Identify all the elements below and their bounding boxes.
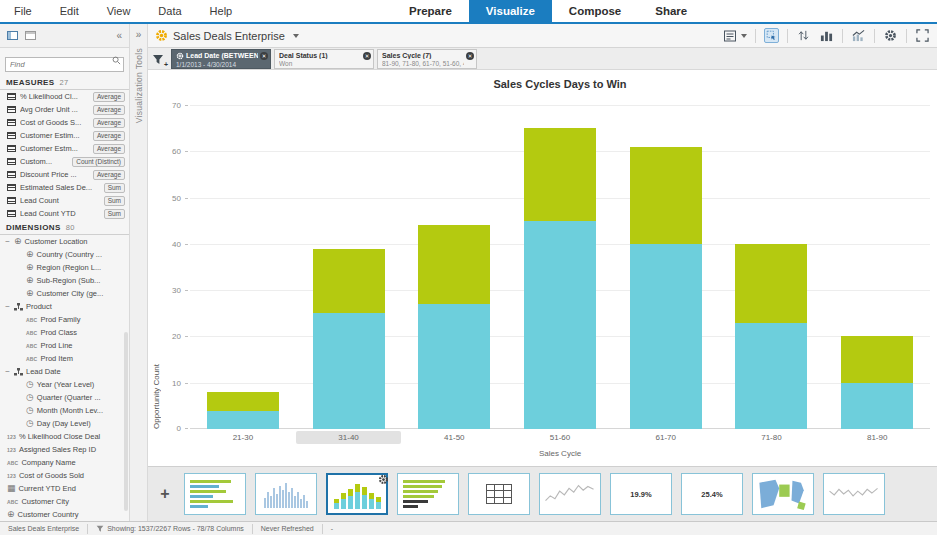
visualization-tools-label[interactable]: Visualization Tools xyxy=(134,48,144,123)
x-category-label[interactable]: 21-30 xyxy=(190,431,296,444)
stacked-bar-81-90[interactable] xyxy=(841,336,913,429)
aggregation-badge[interactable]: Average xyxy=(93,92,125,102)
dimensions-header[interactable]: DIMENSIONS 80 xyxy=(0,220,129,235)
aggregation-badge[interactable]: Average xyxy=(93,118,125,128)
bar-segment-green[interactable] xyxy=(418,225,490,304)
x-category-label[interactable]: 81-90 xyxy=(824,431,930,444)
viz-thumbnail-horizontal-stacked-bar-chart[interactable] xyxy=(397,473,459,515)
collapse-expander-icon[interactable]: − xyxy=(4,367,11,376)
aggregation-badge[interactable]: Sum xyxy=(104,209,125,219)
dimension-row[interactable]: −⊕Customer Location xyxy=(0,235,129,248)
measure-row[interactable]: Customer Estm...Average xyxy=(0,142,129,155)
dimension-row[interactable]: 123Cost of Goods Sold xyxy=(0,469,129,482)
measures-header[interactable]: MEASURES 27 xyxy=(0,75,129,90)
bar-segment-blue[interactable] xyxy=(841,383,913,429)
dimension-row[interactable]: ABCProd Item xyxy=(0,352,129,365)
aggregation-badge[interactable]: Sum xyxy=(104,196,125,206)
collapse-left-icon[interactable]: « xyxy=(116,31,122,41)
bar-segment-green[interactable] xyxy=(207,392,279,411)
x-category-label[interactable]: 41-50 xyxy=(401,431,507,444)
x-category-label[interactable]: 61-70 xyxy=(613,431,719,444)
dimension-row[interactable]: ◷Day (Day Level) xyxy=(0,417,129,430)
aggregation-badge[interactable]: Average xyxy=(93,144,125,154)
dimension-row[interactable]: ABCProd Family xyxy=(0,313,129,326)
sidebar-scrollbar[interactable] xyxy=(124,332,128,511)
measure-row[interactable]: Cost of Goods S...Average xyxy=(0,116,129,129)
menu-edit[interactable]: Edit xyxy=(46,0,93,22)
settings-gear-icon[interactable] xyxy=(883,28,898,43)
measure-row[interactable]: % Likelihood Cl...Average xyxy=(0,90,129,103)
dimension-row[interactable]: ⊕Sub-Region (Sub... xyxy=(0,274,129,287)
menu-view[interactable]: View xyxy=(93,0,145,22)
dimension-row[interactable]: −Lead Date xyxy=(0,365,129,378)
chart-canvas[interactable]: Sales Cycles Days to Win Opportunity Cou… xyxy=(148,70,937,466)
viz-thumbnail-horizontal-bar-chart[interactable] xyxy=(184,473,246,515)
dimension-row[interactable]: ⊕Customer City (ge... xyxy=(0,287,129,300)
viz-thumbnail-stacked-column-chart[interactable] xyxy=(326,473,388,515)
dimension-row[interactable]: −Product xyxy=(0,300,129,313)
bar-segment-green[interactable] xyxy=(841,336,913,382)
viz-thumbnail-column-chart[interactable] xyxy=(255,473,317,515)
bar-segment-green[interactable] xyxy=(735,244,807,323)
x-category-label[interactable]: 71-80 xyxy=(719,431,825,444)
maximize-icon[interactable] xyxy=(915,28,930,43)
display-options-icon[interactable] xyxy=(722,28,737,43)
dimension-row[interactable]: 123% Likelihood Close Deal xyxy=(0,430,129,443)
bar-segment-green[interactable] xyxy=(313,249,385,314)
filter-token[interactable]: Lead Date (BETWEEN)1/1/2013 - 4/30/2014✕ xyxy=(171,49,271,69)
dimension-row[interactable]: ◷Quarter (Quarter ... xyxy=(0,391,129,404)
filter-token[interactable]: Deal Status (1)Won✕ xyxy=(274,49,374,69)
x-category-label[interactable]: 51-60 xyxy=(507,431,613,444)
viz-thumbnail-numeric-point[interactable]: 25.4% xyxy=(681,473,743,515)
stacked-bar-31-40[interactable] xyxy=(313,249,385,430)
window-layout-icon[interactable] xyxy=(25,31,36,40)
bar-segment-green[interactable] xyxy=(630,147,702,244)
dimension-row[interactable]: ABCCustomer City xyxy=(0,495,129,508)
aggregation-badge[interactable]: Average xyxy=(93,105,125,115)
menu-data[interactable]: Data xyxy=(144,0,195,22)
ranking-icon[interactable] xyxy=(819,28,834,43)
bar-segment-blue[interactable] xyxy=(524,221,596,429)
filter-token[interactable]: Sales Cycle (7)81-90, 71-80, 61-70, 51-6… xyxy=(377,49,477,69)
aggregation-badge[interactable]: Count (Distinct) xyxy=(72,157,125,167)
viz-thumbnail-numeric-point[interactable]: 19.9% xyxy=(610,473,672,515)
measure-row[interactable]: Lead CountSum xyxy=(0,194,129,207)
select-cursor-icon[interactable] xyxy=(764,28,779,43)
viz-thumbnail-line-chart[interactable] xyxy=(539,473,601,515)
remove-filter-icon[interactable]: ✕ xyxy=(363,52,371,60)
dimension-row[interactable]: ⊕Region (Region L... xyxy=(0,261,129,274)
dimension-row[interactable]: ABCCompany Name xyxy=(0,456,129,469)
thumbnail-settings-gear-icon[interactable] xyxy=(378,471,389,482)
remove-filter-icon[interactable]: ✕ xyxy=(466,52,474,60)
find-input[interactable] xyxy=(5,57,124,72)
stacked-bar-71-80[interactable] xyxy=(735,244,807,429)
stacked-bar-41-50[interactable] xyxy=(418,225,490,429)
measure-row[interactable]: Discount Price ...Average xyxy=(0,168,129,181)
x-category-label[interactable]: 31-40 xyxy=(296,431,402,444)
dataset-caret-icon[interactable] xyxy=(293,34,299,38)
trend-icon[interactable] xyxy=(851,28,866,43)
measure-row[interactable]: Estimated Sales De...Sum xyxy=(0,181,129,194)
dimension-row[interactable]: ◷Year (Year Level) xyxy=(0,378,129,391)
bar-segment-blue[interactable] xyxy=(207,411,279,430)
tab-visualize[interactable]: Visualize xyxy=(469,0,552,22)
collapse-expander-icon[interactable]: − xyxy=(4,302,11,311)
stacked-bar-21-30[interactable] xyxy=(207,392,279,429)
viz-thumbnail-line-chart[interactable] xyxy=(823,473,885,515)
dimension-row[interactable]: ⊕Customer Country xyxy=(0,508,129,521)
tab-share[interactable]: Share xyxy=(638,0,704,22)
add-filter-icon[interactable]: + xyxy=(152,52,166,66)
bar-segment-green[interactable] xyxy=(524,128,596,221)
dimension-row[interactable]: 123Assigned Sales Rep ID xyxy=(0,443,129,456)
menu-help[interactable]: Help xyxy=(196,0,247,22)
tab-prepare[interactable]: Prepare xyxy=(392,0,469,22)
measure-row[interactable]: Custom...Count (Distinct) xyxy=(0,155,129,168)
bar-segment-blue[interactable] xyxy=(630,244,702,429)
measure-row[interactable]: Avg Order Unit ...Average xyxy=(0,103,129,116)
bar-segment-blue[interactable] xyxy=(313,313,385,429)
dimension-row[interactable]: ABCProd Line xyxy=(0,339,129,352)
bar-segment-blue[interactable] xyxy=(735,323,807,429)
menu-file[interactable]: File xyxy=(0,0,46,22)
tab-compose[interactable]: Compose xyxy=(552,0,638,22)
panel-layout-icon[interactable] xyxy=(7,31,18,40)
